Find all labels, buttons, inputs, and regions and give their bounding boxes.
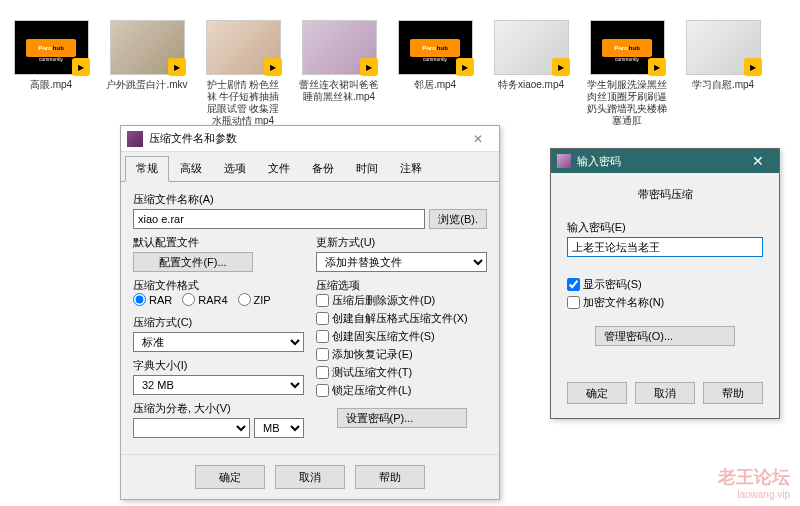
tab-选项[interactable]: 选项	[213, 156, 257, 181]
video-thumbnail	[686, 20, 761, 75]
video-thumbnail: community	[590, 20, 665, 75]
dialog-titlebar[interactable]: 压缩文件名和参数 ✕	[121, 126, 499, 152]
video-thumbnail: community	[398, 20, 473, 75]
option-checkbox[interactable]: 测试压缩文件(T)	[316, 365, 487, 380]
file-item[interactable]: 户外跳蛋白汁.mkv	[106, 20, 188, 127]
file-item[interactable]: 蕾丝连衣裙叫爸爸睡前黑丝袜.mp4	[298, 20, 380, 127]
tab-时间[interactable]: 时间	[345, 156, 389, 181]
play-icon	[552, 58, 570, 76]
file-label: 特务xiaoe.mp4	[498, 79, 564, 91]
password-input[interactable]	[567, 237, 763, 257]
file-item[interactable]: 学习自慰.mp4	[682, 20, 764, 127]
ok-button[interactable]: 确定	[195, 465, 265, 489]
file-item[interactable]: community高眼.mp4	[10, 20, 92, 127]
cancel-button[interactable]: 取消	[275, 465, 345, 489]
format-radio-rar4[interactable]: RAR4	[182, 293, 227, 306]
encrypt-names-checkbox[interactable]: 加密文件名称(N)	[567, 295, 763, 310]
format-radio-rar[interactable]: RAR	[133, 293, 172, 306]
app-icon	[127, 131, 143, 147]
file-label: 学习自慰.mp4	[692, 79, 754, 91]
video-thumbnail	[110, 20, 185, 75]
file-item[interactable]: community邻居.mp4	[394, 20, 476, 127]
archive-name-input[interactable]	[133, 209, 425, 229]
file-label: 邻居.mp4	[414, 79, 456, 91]
video-thumbnail	[302, 20, 377, 75]
dialog-body: 压缩文件名称(A) 浏览(B). 默认配置文件 配置文件(F)... 压缩文件格…	[121, 182, 499, 454]
options-label: 压缩选项	[316, 279, 360, 291]
file-label: 蕾丝连衣裙叫爸爸睡前黑丝袜.mp4	[298, 79, 380, 103]
play-icon	[744, 58, 762, 76]
set-password-button[interactable]: 设置密码(P)...	[337, 408, 467, 428]
help-button[interactable]: 帮助	[355, 465, 425, 489]
file-label: 护士剧情 粉色丝袜 牛仔短裤抽插 屁眼试管 收集淫水瓶动情 mp4	[202, 79, 284, 127]
close-icon[interactable]: ✕	[743, 153, 773, 169]
archive-name-label: 压缩文件名称(A)	[133, 192, 487, 207]
app-icon	[557, 154, 571, 168]
file-item[interactable]: 护士剧情 粉色丝袜 牛仔短裤抽插 屁眼试管 收集淫水瓶动情 mp4	[202, 20, 284, 127]
profile-button[interactable]: 配置文件(F)...	[133, 252, 253, 272]
cancel-button[interactable]: 取消	[635, 382, 695, 404]
play-icon	[648, 58, 666, 76]
split-size-select[interactable]	[133, 418, 250, 438]
video-thumbnail: community	[14, 20, 89, 75]
update-mode-select[interactable]: 添加并替换文件	[316, 252, 487, 272]
compression-method-select[interactable]: 标准	[133, 332, 304, 352]
file-label: 户外跳蛋白汁.mkv	[106, 79, 187, 91]
format-label: 压缩文件格式	[133, 279, 199, 291]
option-checkbox[interactable]: 添加恢复记录(E)	[316, 347, 487, 362]
password-titlebar[interactable]: 输入密码 ✕	[551, 149, 779, 173]
video-thumbnail	[206, 20, 281, 75]
play-icon	[264, 58, 282, 76]
dialog-title: 压缩文件名和参数	[149, 131, 463, 146]
password-body: 带密码压缩 输入密码(E) 显示密码(S) 加密文件名称(N) 管理密码(O).…	[551, 173, 779, 374]
tabs: 常规高级选项文件备份时间注释	[121, 156, 499, 182]
play-icon	[360, 58, 378, 76]
archive-dialog: 压缩文件名和参数 ✕ 常规高级选项文件备份时间注释 压缩文件名称(A) 浏览(B…	[120, 125, 500, 500]
close-icon[interactable]: ✕	[463, 132, 493, 146]
play-icon	[456, 58, 474, 76]
file-label: 高眼.mp4	[30, 79, 72, 91]
ok-button[interactable]: 确定	[567, 382, 627, 404]
tab-高级[interactable]: 高级	[169, 156, 213, 181]
option-checkbox[interactable]: 创建自解压格式压缩文件(X)	[316, 311, 487, 326]
password-input-label: 输入密码(E)	[567, 220, 763, 235]
split-label: 压缩为分卷, 大小(V)	[133, 401, 304, 416]
option-checkbox[interactable]: 创建固实压缩文件(S)	[316, 329, 487, 344]
video-thumbnail	[494, 20, 569, 75]
file-label: 学生制服洗澡黑丝肉丝顶圈牙刷刷逼奶头蹭墙乳夹楼梯塞通肛	[586, 79, 668, 127]
manage-passwords-button[interactable]: 管理密码(O)...	[595, 326, 735, 346]
password-dialog: 输入密码 ✕ 带密码压缩 输入密码(E) 显示密码(S) 加密文件名称(N) 管…	[550, 148, 780, 419]
dictionary-size-select[interactable]: 32 MB	[133, 375, 304, 395]
dict-label: 字典大小(I)	[133, 358, 304, 373]
password-heading: 带密码压缩	[567, 187, 763, 202]
tab-常规[interactable]: 常规	[125, 156, 169, 182]
password-footer: 确定 取消 帮助	[551, 374, 779, 418]
option-checkbox[interactable]: 压缩后删除源文件(D)	[316, 293, 487, 308]
show-password-checkbox[interactable]: 显示密码(S)	[567, 277, 763, 292]
play-icon	[168, 58, 186, 76]
watermark: 老王论坛 laowang.vip	[718, 465, 790, 500]
profile-label: 默认配置文件	[133, 235, 304, 250]
play-icon	[72, 58, 90, 76]
option-checkbox[interactable]: 锁定压缩文件(L)	[316, 383, 487, 398]
password-dialog-title: 输入密码	[577, 154, 743, 169]
browse-button[interactable]: 浏览(B).	[429, 209, 487, 229]
tab-注释[interactable]: 注释	[389, 156, 433, 181]
help-button[interactable]: 帮助	[703, 382, 763, 404]
format-radio-zip[interactable]: ZIP	[238, 293, 271, 306]
dialog-footer: 确定 取消 帮助	[121, 454, 499, 499]
file-item[interactable]: 特务xiaoe.mp4	[490, 20, 572, 127]
tab-文件[interactable]: 文件	[257, 156, 301, 181]
file-item[interactable]: community学生制服洗澡黑丝肉丝顶圈牙刷刷逼奶头蹭墙乳夹楼梯塞通肛	[586, 20, 668, 127]
method-label: 压缩方式(C)	[133, 315, 304, 330]
split-unit-select[interactable]: MB	[254, 418, 304, 438]
update-label: 更新方式(U)	[316, 235, 487, 250]
tab-备份[interactable]: 备份	[301, 156, 345, 181]
